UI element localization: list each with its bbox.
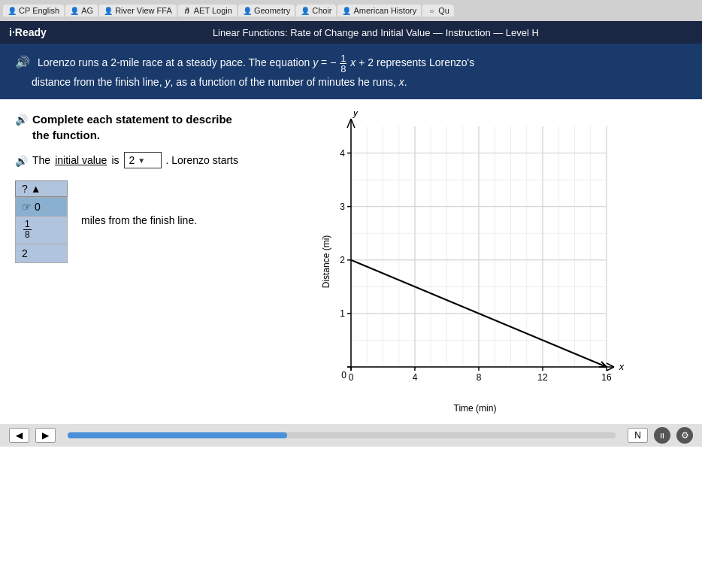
y-axis-label: Distance (mi) [321, 235, 331, 289]
tab-icon-cp-english: 👤 [8, 6, 17, 15]
progress-bar-container [68, 432, 616, 438]
progress-bar-fill [68, 432, 287, 438]
back-button[interactable]: ◀ [9, 428, 29, 443]
nav-controls: ◀ ▶ [9, 428, 56, 443]
lorenzo-starts-label: . Lorenzo starts [166, 154, 239, 166]
speaker-icon-instruction[interactable]: 🔊 [15, 113, 28, 128]
initial-value-selected: 2 [129, 154, 135, 166]
dropdown-option-2[interactable]: 2 [16, 244, 67, 262]
speaker-icon-initial-value[interactable]: 🔊 [15, 155, 28, 167]
iready-logo: i·Ready [9, 26, 47, 38]
graph-container: Distance (mi) Time (min) [313, 111, 637, 412]
right-panel: Distance (mi) Time (min) [263, 111, 687, 412]
header-bar: i·Ready Linear Functions: Rate of Change… [0, 21, 702, 44]
problem-text-part3: distance from the finish line, y, as a f… [32, 76, 407, 88]
tab-icon-choir: 👤 [301, 6, 310, 15]
dropdown-arrow-miles: ▲ [31, 183, 41, 195]
tab-icon-geometry: 👤 [243, 6, 252, 15]
x-axis-label: Time (min) [313, 403, 637, 414]
skip-button[interactable]: N [628, 428, 648, 443]
option-2-label: 2 [22, 247, 28, 259]
graph-canvas [313, 111, 629, 397]
option-1-8-label: 1 8 [22, 220, 33, 240]
equation-fraction: 1 8 [339, 56, 350, 68]
work-area: 🔊 Complete each statement to describethe… [0, 99, 702, 424]
tab-american-history[interactable]: 👤 American History [337, 5, 421, 17]
tab-qu[interactable]: ○ Qu [422, 5, 454, 17]
bottom-right: N ⏸ ⚙ [628, 427, 693, 444]
is-label: is [111, 154, 119, 166]
settings-button[interactable]: ⚙ [676, 427, 693, 444]
speaker-icon-problem[interactable]: 🔊 [15, 56, 30, 68]
the-label: The [32, 154, 50, 166]
tab-icon-american-history: 👤 [342, 6, 351, 15]
tab-aet-login[interactable]: ñ AET Login [178, 5, 237, 17]
left-panel: 🔊 Complete each statement to describethe… [15, 111, 248, 412]
tab-choir[interactable]: 👤 Choir [296, 5, 336, 17]
tab-icon-aet: ñ [183, 6, 192, 15]
question-dropdown-container: ? ▲ ☞ 0 1 8 [15, 180, 68, 262]
cursor-icon: ☞ [22, 201, 32, 213]
initial-value-dropdown[interactable]: 2 ▼ [124, 152, 162, 168]
dropdown-option-1-8[interactable]: 1 8 [16, 217, 67, 244]
dropdown-option-0[interactable]: ☞ 0 [16, 198, 67, 217]
tab-river-view[interactable]: 👤 River View FFA [99, 5, 177, 17]
option-0-label: 0 [35, 201, 41, 213]
pause-button[interactable]: ⏸ [654, 427, 670, 444]
bottom-bar: ◀ ▶ N ⏸ ⚙ [0, 424, 702, 447]
miles-dropdown-value: ? [22, 183, 28, 195]
tab-cp-english[interactable]: 👤 CP English [3, 5, 64, 17]
problem-text-part2: x + 2 represents Lorenzo's [350, 56, 474, 68]
tab-bar: 👤 CP English 👤 AG 👤 River View FFA ñ AET… [0, 0, 702, 21]
miles-label: miles from the finish line. [81, 214, 197, 226]
dropdown-arrow-initial: ▼ [138, 156, 145, 165]
tab-geometry[interactable]: 👤 Geometry [238, 5, 295, 17]
tab-icon-qu: ○ [427, 6, 436, 15]
initial-value-row: 🔊 The initial value is 2 ▼ . Lorenzo sta… [15, 152, 248, 168]
lesson-title: Linear Functions: Rate of Change and Ini… [59, 27, 693, 38]
miles-dropdown[interactable]: ? ▲ [15, 180, 68, 197]
initial-value-label: initial value [55, 154, 107, 166]
forward-button[interactable]: ▶ [35, 428, 56, 443]
problem-text-part1: Lorenzo runs a 2-mile race at a steady p… [38, 56, 336, 68]
miles-row: ? ▲ ☞ 0 1 8 [15, 177, 248, 262]
tab-ag[interactable]: 👤 AG [65, 5, 98, 17]
tab-icon-ag: 👤 [70, 6, 79, 15]
problem-description: 🔊 Lorenzo runs a 2-mile race at a steady… [0, 44, 702, 99]
instruction-block: 🔊 Complete each statement to describethe… [15, 111, 248, 143]
tab-icon-river-view: 👤 [104, 6, 113, 15]
instruction-text: Complete each statement to describethe f… [32, 111, 232, 143]
dropdown-menu: ☞ 0 1 8 2 [15, 197, 68, 262]
